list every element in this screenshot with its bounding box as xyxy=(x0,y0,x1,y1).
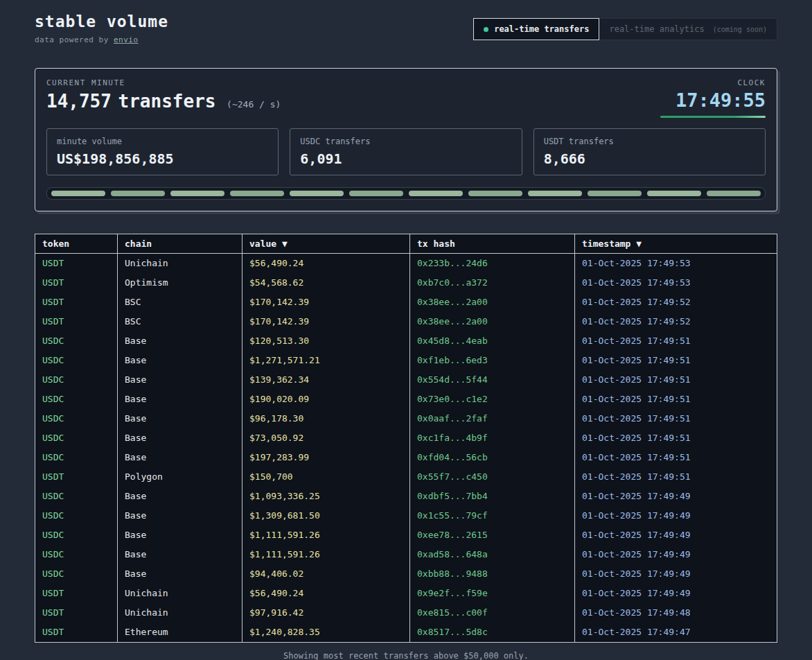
cell-value: $197,283.99 xyxy=(242,448,410,467)
column-header-timestamp[interactable]: timestamp ▼ xyxy=(575,234,777,254)
transfers-rate: (~246 / s) xyxy=(227,99,281,110)
cell-tx-hash[interactable]: 0xf1eb...6ed3 xyxy=(410,351,575,370)
cell-chain: Base xyxy=(118,351,242,370)
progress-segment xyxy=(230,191,284,196)
cell-tx-hash[interactable]: 0xdbf5...7bb4 xyxy=(410,487,575,506)
tab-label: real-time transfers xyxy=(494,24,589,34)
cell-tx-hash[interactable]: 0xad58...648a xyxy=(410,545,575,564)
cell-chain: Base xyxy=(118,487,242,506)
table-row: USDCBase$197,283.990xfd04...56cb01-Oct-2… xyxy=(35,448,777,467)
stat-card-label: minute volume xyxy=(57,137,268,146)
cell-tx-hash[interactable]: 0x233b...24d6 xyxy=(410,254,575,274)
cell-token: USDC xyxy=(35,390,118,409)
tab-real-time-transfers[interactable]: real-time transfers xyxy=(473,18,599,40)
stat-card-value: US$198,856,885 xyxy=(57,150,268,167)
progress-segment xyxy=(707,191,761,196)
table-row: USDTBSC$170,142.390x38ee...2a0001-Oct-20… xyxy=(35,293,777,312)
cell-timestamp: 01-Oct-2025 17:49:49 xyxy=(575,506,777,526)
cell-token: USDC xyxy=(35,506,118,526)
cell-chain: Base xyxy=(118,428,242,448)
cell-value: $94,406.02 xyxy=(242,564,410,584)
cell-timestamp: 01-Oct-2025 17:49:49 xyxy=(575,584,777,603)
column-header-token[interactable]: token xyxy=(35,234,118,254)
table-row: USDCBase$1,271,571.210xf1eb...6ed301-Oct… xyxy=(35,351,777,370)
cell-tx-hash[interactable]: 0x73e0...c1e2 xyxy=(410,390,575,409)
cell-tx-hash[interactable]: 0x554d...5f44 xyxy=(410,370,575,390)
cell-tx-hash[interactable]: 0x38ee...2a00 xyxy=(410,312,575,331)
stat-card-value: 8,666 xyxy=(544,150,755,167)
table-row: USDTUnichain$56,490.240x233b...24d601-Oc… xyxy=(35,254,777,274)
cell-chain: BSC xyxy=(118,312,242,331)
cell-tx-hash[interactable]: 0x0aaf...2faf xyxy=(410,409,575,428)
title-block: stable volume data powered by envio xyxy=(35,10,168,44)
cell-token: USDT xyxy=(35,584,118,603)
table-row: USDTPolygon$150,7000x55f7...c45001-Oct-2… xyxy=(35,467,777,487)
cell-timestamp: 01-Oct-2025 17:49:51 xyxy=(575,428,777,448)
live-dot-icon xyxy=(484,27,488,32)
cell-chain: Ethereum xyxy=(118,623,242,643)
cell-tx-hash[interactable]: 0x9e2f...f59e xyxy=(410,584,575,603)
cell-tx-hash[interactable]: 0xe815...c00f xyxy=(410,603,575,623)
tab-real-time-analytics[interactable]: real-time analytics (coming soon) xyxy=(599,18,777,40)
cell-chain: Base xyxy=(118,370,242,390)
cell-timestamp: 01-Oct-2025 17:49:49 xyxy=(575,487,777,506)
footer-note: Showing most recent transfers above $50,… xyxy=(35,651,777,660)
cell-chain: Unichain xyxy=(118,603,242,623)
cell-value: $170,142.39 xyxy=(242,293,410,312)
transfers-line: 14,757 transfers (~246 / s) xyxy=(46,91,281,112)
cell-tx-hash[interactable]: 0x1c55...79cf xyxy=(410,506,575,526)
stat-cards: minute volumeUS$198,856,885USDC transfer… xyxy=(46,128,766,175)
cell-token: USDC xyxy=(35,545,118,564)
cell-value: $1,111,591.26 xyxy=(242,526,410,545)
table-header-row: tokenchainvalue ▼tx hashtimestamp ▼ xyxy=(35,234,777,254)
cell-value: $150,700 xyxy=(242,467,410,487)
column-header-tx-hash[interactable]: tx hash xyxy=(410,234,575,254)
cell-chain: Optimism xyxy=(118,273,242,293)
cell-tx-hash[interactable]: 0xb7c0...a372 xyxy=(410,273,575,293)
cell-tx-hash[interactable]: 0x38ee...2a00 xyxy=(410,293,575,312)
table-body: USDTUnichain$56,490.240x233b...24d601-Oc… xyxy=(35,254,777,643)
cell-tx-hash[interactable]: 0xbb88...9488 xyxy=(410,564,575,584)
cell-tx-hash[interactable]: 0x55f7...c450 xyxy=(410,467,575,487)
cell-timestamp: 01-Oct-2025 17:49:49 xyxy=(575,545,777,564)
cell-timestamp: 01-Oct-2025 17:49:51 xyxy=(575,331,777,351)
table-row: USDCBase$190,020.090x73e0...c1e201-Oct-2… xyxy=(35,390,777,409)
cell-value: $56,490.24 xyxy=(242,254,410,274)
cell-token: USDC xyxy=(35,428,118,448)
cell-token: USDT xyxy=(35,254,118,274)
page: stable volume data powered by envio real… xyxy=(0,0,812,660)
cell-token: USDC xyxy=(35,351,118,370)
cell-chain: BSC xyxy=(118,293,242,312)
cell-chain: Unichain xyxy=(118,584,242,603)
transfers-table: tokenchainvalue ▼tx hashtimestamp ▼ USDT… xyxy=(35,234,777,643)
cell-token: USDC xyxy=(35,526,118,545)
cell-chain: Base xyxy=(118,526,242,545)
cell-value: $54,568.62 xyxy=(242,273,410,293)
table-row: USDTEthereum$1,240,828.350x8517...5d8c01… xyxy=(35,623,777,643)
cell-value: $1,309,681.50 xyxy=(242,506,410,526)
cell-chain: Base xyxy=(118,331,242,351)
cell-timestamp: 01-Oct-2025 17:49:47 xyxy=(575,623,777,643)
column-header-chain[interactable]: chain xyxy=(118,234,242,254)
cell-value: $96,178.30 xyxy=(242,409,410,428)
stat-card-minute-volume: minute volumeUS$198,856,885 xyxy=(46,128,279,175)
tab-label: real-time analytics xyxy=(609,24,704,34)
cell-tx-hash[interactable]: 0x8517...5d8c xyxy=(410,623,575,643)
transfers-word: transfers xyxy=(118,91,216,112)
cell-tx-hash[interactable]: 0xee78...2615 xyxy=(410,526,575,545)
progress-segment xyxy=(409,191,463,196)
current-minute-label: CURRENT MINUTE xyxy=(46,78,281,87)
progress-segment xyxy=(170,191,224,196)
cell-chain: Base xyxy=(118,545,242,564)
cell-tx-hash[interactable]: 0xc1fa...4b9f xyxy=(410,428,575,448)
cell-value: $120,513.30 xyxy=(242,331,410,351)
table-row: USDCBase$94,406.020xbb88...948801-Oct-20… xyxy=(35,564,777,584)
column-header-value[interactable]: value ▼ xyxy=(242,234,410,254)
cell-timestamp: 01-Oct-2025 17:49:53 xyxy=(575,273,777,293)
cell-tx-hash[interactable]: 0x45d8...4eab xyxy=(410,331,575,351)
cell-chain: Base xyxy=(118,409,242,428)
cell-value: $97,916.42 xyxy=(242,603,410,623)
stat-card-label: USDC transfers xyxy=(300,137,511,146)
cell-tx-hash[interactable]: 0xfd04...56cb xyxy=(410,448,575,467)
envio-link[interactable]: envio xyxy=(114,35,139,44)
